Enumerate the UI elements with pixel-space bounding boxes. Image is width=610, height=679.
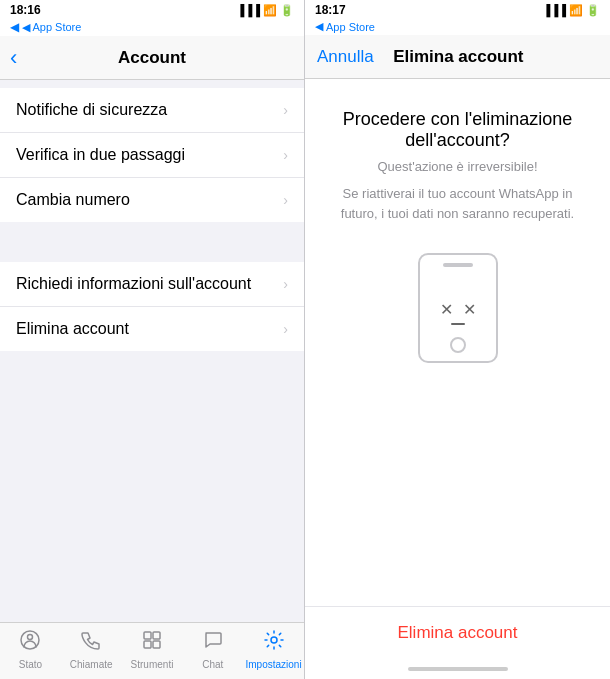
- time-left: 18:16: [10, 3, 41, 17]
- signal-icons-left: ▐▐▐ 📶 🔋: [237, 4, 294, 17]
- richiedi-chevron: ›: [283, 276, 288, 292]
- cambia-label: Cambia numero: [16, 191, 130, 209]
- battery-icon-right: 🔋: [586, 4, 600, 17]
- phone-mouth: [451, 323, 465, 325]
- appstore-chevron-left: ◀: [10, 20, 19, 34]
- cellular-icon: ▐▐▐: [237, 4, 260, 16]
- strumenti-icon: [141, 629, 163, 657]
- cellular-icon-right: ▐▐▐: [543, 4, 566, 16]
- appstore-label-right: App Store: [326, 21, 375, 33]
- delete-account-title: Elimina account: [393, 47, 523, 67]
- tab-chiamate[interactable]: Chiamate: [61, 629, 122, 674]
- svg-rect-3: [153, 632, 160, 639]
- annulla-button[interactable]: Annulla: [317, 47, 374, 67]
- tab-impostazioni[interactable]: Impostazioni: [243, 629, 304, 674]
- settings-group-1: Notifiche di sicurezza › Verifica in due…: [0, 88, 304, 222]
- page-title: Account: [118, 48, 186, 68]
- notifiche-chevron: ›: [283, 102, 288, 118]
- elimina-item[interactable]: Elimina account ›: [0, 307, 304, 351]
- phone-illustration: ✕ ✕: [418, 253, 498, 363]
- chat-label: Chat: [202, 659, 223, 670]
- delete-question: Procedere con l'eliminazione dell'accoun…: [325, 109, 590, 151]
- svg-point-6: [271, 637, 277, 643]
- tab-strumenti[interactable]: Strumenti: [122, 629, 183, 674]
- signal-icons-right: ▐▐▐ 📶 🔋: [543, 4, 600, 17]
- delete-button-bar: Elimina account: [305, 606, 610, 659]
- notifiche-item[interactable]: Notifiche di sicurezza ›: [0, 88, 304, 133]
- home-indicator-bar: [408, 667, 508, 671]
- back-chevron-icon: ‹: [10, 45, 17, 71]
- impostazioni-icon: [263, 629, 285, 657]
- richiedi-label: Richiedi informazioni sull'account: [16, 275, 251, 293]
- verifica-label: Verifica in due passaggi: [16, 146, 185, 164]
- delete-subtitle: Quest'azione è irreversibile!: [378, 159, 538, 174]
- status-bar-left: 18:16 ▐▐▐ 📶 🔋: [0, 0, 304, 20]
- svg-rect-4: [144, 641, 151, 648]
- elimina-label: Elimina account: [16, 320, 129, 338]
- delete-content: Procedere con l'eliminazione dell'accoun…: [305, 79, 610, 606]
- time-right: 18:17: [315, 3, 346, 17]
- cambia-item[interactable]: Cambia numero ›: [0, 178, 304, 222]
- richiedi-item[interactable]: Richiedi informazioni sull'account ›: [0, 262, 304, 307]
- battery-icon: 🔋: [280, 4, 294, 17]
- wifi-icon-right: 📶: [569, 4, 583, 17]
- tab-bar: Stato Chiamate Strumenti: [0, 622, 304, 679]
- settings-separator: [0, 222, 304, 254]
- chat-icon: [202, 629, 224, 657]
- stato-icon: [19, 629, 41, 657]
- chiamate-label: Chiamate: [70, 659, 113, 670]
- delete-description: Se riattiverai il tuo account WhatsApp i…: [325, 184, 590, 223]
- phone-eyes: ✕ ✕: [440, 300, 476, 319]
- svg-rect-2: [144, 632, 151, 639]
- left-panel: 18:16 ▐▐▐ 📶 🔋 ◀ ◀ App Store ‹ Account No…: [0, 0, 305, 679]
- stato-label: Stato: [19, 659, 42, 670]
- delete-account-button[interactable]: Elimina account: [305, 607, 610, 659]
- wifi-icon: 📶: [263, 4, 277, 17]
- phone-screen: ✕ ✕: [440, 300, 476, 325]
- status-bar-right: 18:17 ▐▐▐ 📶 🔋: [305, 0, 610, 20]
- settings-group-2: Richiedi informazioni sull'account › Eli…: [0, 262, 304, 351]
- appstore-chevron-right: ◀: [315, 20, 323, 33]
- nav-bar-left: ‹ Account: [0, 36, 304, 80]
- nav-bar-right: Annulla Elimina account: [305, 35, 610, 79]
- svg-rect-5: [153, 641, 160, 648]
- impostazioni-label: Impostazioni: [246, 659, 302, 670]
- left-x-eye: ✕: [440, 300, 453, 319]
- cambia-chevron: ›: [283, 192, 288, 208]
- appstore-back-left[interactable]: ◀ ◀ App Store: [0, 20, 304, 36]
- appstore-label-left: ◀ App Store: [22, 21, 81, 34]
- appstore-back-right[interactable]: ◀ App Store: [305, 20, 610, 35]
- right-x-eye: ✕: [463, 300, 476, 319]
- notifiche-label: Notifiche di sicurezza: [16, 101, 167, 119]
- tab-stato[interactable]: Stato: [0, 629, 61, 674]
- home-indicator-right: [305, 659, 610, 679]
- tab-chat[interactable]: Chat: [182, 629, 243, 674]
- elimina-chevron: ›: [283, 321, 288, 337]
- strumenti-label: Strumenti: [131, 659, 174, 670]
- verifica-chevron: ›: [283, 147, 288, 163]
- svg-point-1: [28, 634, 33, 639]
- chiamate-icon: [80, 629, 102, 657]
- back-button[interactable]: ‹: [10, 45, 17, 71]
- right-panel: 18:17 ▐▐▐ 📶 🔋 ◀ App Store Annulla Elimin…: [305, 0, 610, 679]
- verifica-item[interactable]: Verifica in due passaggi ›: [0, 133, 304, 178]
